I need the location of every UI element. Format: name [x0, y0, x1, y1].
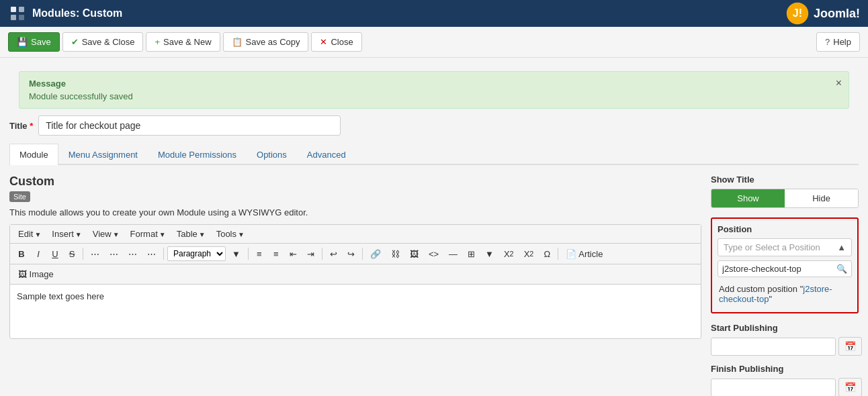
insert-chevron: [75, 229, 82, 239]
joomla-text: Joomla!: [814, 7, 860, 21]
finish-publishing-calendar[interactable]: 📅: [838, 378, 862, 396]
module-heading: Custom: [9, 175, 701, 189]
tab-content: Custom Site This module allows you to cr…: [9, 175, 859, 396]
paragraph-select[interactable]: Paragraph: [167, 246, 226, 261]
title-input[interactable]: [38, 115, 341, 136]
tools-menu[interactable]: Tools: [212, 228, 249, 240]
redo-button[interactable]: ↪: [343, 247, 359, 261]
editor-toolbar-2: 🖼 Image: [10, 264, 701, 285]
insert-image-button[interactable]: 🖼 Image: [14, 267, 58, 281]
image-button[interactable]: 🖼: [406, 247, 423, 261]
undo-button[interactable]: ↩: [326, 247, 341, 261]
position-search-input[interactable]: [722, 264, 836, 274]
show-title-label: Show Title: [711, 175, 859, 185]
subscript-button[interactable]: X2: [500, 247, 518, 261]
sep-1: [83, 248, 83, 260]
bold-button[interactable]: B: [14, 247, 29, 261]
table-chevron2[interactable]: ▼: [481, 247, 498, 261]
superscript-button[interactable]: X2: [520, 247, 538, 261]
format-menu[interactable]: Format: [126, 228, 170, 240]
unlink-button[interactable]: ⛓: [387, 247, 404, 261]
start-publishing-label: Start Publishing: [711, 323, 859, 333]
outdent-button[interactable]: ⇤: [286, 247, 301, 261]
save-close-button[interactable]: ✔ Save & Close: [62, 32, 144, 52]
title-label: Title *: [9, 121, 33, 131]
save-copy-button[interactable]: 📋 Save as Copy: [223, 32, 309, 52]
page-title: Modules: Custom: [32, 7, 122, 19]
hide-button[interactable]: Hide: [785, 189, 858, 207]
save-new-button[interactable]: + Save & New: [146, 32, 220, 52]
show-hide-toggle: Show Hide: [711, 189, 859, 208]
sep-6: [558, 248, 558, 260]
align-left-button[interactable]: ⋯: [87, 247, 103, 261]
position-search-row: 🔍: [718, 260, 852, 277]
module-badge: Site: [9, 191, 30, 202]
show-button[interactable]: Show: [711, 189, 785, 207]
plus-icon: +: [155, 37, 160, 47]
required-marker: *: [30, 121, 33, 131]
hr-button[interactable]: —: [445, 247, 462, 261]
edit-chevron: [34, 229, 41, 239]
ul-button[interactable]: ≡: [252, 247, 267, 261]
tab-module[interactable]: Module: [9, 144, 58, 165]
start-publishing-input[interactable]: [711, 338, 836, 356]
svg-rect-2: [11, 15, 16, 20]
copy-icon: 📋: [232, 37, 243, 47]
editor-toolbar-1: B I U S ⋯ ⋯ ⋯ ⋯ Paragraph ▼ ≡ ≡: [10, 244, 701, 264]
wysiwyg-editor: Edit Insert View Format Table Tools B I …: [9, 224, 701, 339]
view-menu[interactable]: View: [89, 228, 124, 240]
finish-publishing-row: 📅: [711, 378, 859, 396]
tools-chevron: [238, 229, 245, 239]
svg-rect-3: [19, 15, 24, 20]
align-right-button[interactable]: ⋯: [124, 247, 141, 261]
start-publishing-calendar[interactable]: 📅: [838, 337, 862, 356]
tab-advanced[interactable]: Advanced: [297, 144, 356, 165]
edit-menu[interactable]: Edit: [14, 228, 45, 240]
position-suggestion[interactable]: Add custom position "j2store-checkout-to…: [718, 281, 852, 307]
strikethrough-button[interactable]: S: [64, 247, 79, 261]
save-icon: 💾: [17, 37, 28, 47]
position-select-row[interactable]: Type or Select a Position ▲: [718, 238, 852, 256]
align-center-button[interactable]: ⋯: [105, 247, 122, 261]
title-row: Title *: [9, 115, 859, 136]
tabs-nav: Module Menu Assignment Module Permission…: [9, 144, 859, 165]
para-chevron[interactable]: ▼: [228, 247, 245, 261]
italic-button[interactable]: I: [31, 247, 46, 261]
view-chevron: [113, 229, 120, 239]
sep-5: [362, 248, 363, 260]
special-char-button[interactable]: Ω: [539, 247, 554, 261]
ol-button[interactable]: ≡: [269, 247, 284, 261]
start-publishing-row: 📅: [711, 337, 859, 356]
tab-options[interactable]: Options: [247, 144, 297, 165]
position-placeholder: Type or Select a Position: [724, 242, 820, 252]
article-button[interactable]: 📄 Article: [562, 247, 607, 261]
editor-menubar: Edit Insert View Format Table Tools: [10, 225, 701, 244]
format-chevron: [159, 229, 166, 239]
message-close-button[interactable]: ×: [836, 77, 842, 89]
position-label: Position: [718, 224, 852, 234]
finish-publishing-input[interactable]: [711, 379, 836, 397]
insert-menu[interactable]: Insert: [48, 228, 85, 240]
tab-menu-assignment[interactable]: Menu Assignment: [58, 144, 148, 165]
message-title: Message: [29, 79, 839, 89]
table-menu[interactable]: Table: [173, 228, 210, 240]
table-button[interactable]: ⊞: [464, 247, 479, 261]
code-button[interactable]: <>: [425, 247, 443, 261]
topbar: Modules: Custom J! Joomla!: [0, 0, 868, 27]
underline-button[interactable]: U: [48, 247, 62, 261]
editor-content[interactable]: Sample text goes here: [10, 285, 701, 338]
position-suggestion-link[interactable]: j2store-checkout-top: [719, 284, 832, 304]
indent-button[interactable]: ⇥: [303, 247, 318, 261]
message-box: Message Module successfully saved ×: [19, 71, 849, 109]
align-justify-button[interactable]: ⋯: [143, 247, 160, 261]
side-column: Show Title Show Hide Position Type or Se…: [711, 175, 859, 396]
tab-module-permissions[interactable]: Module Permissions: [148, 144, 247, 165]
save-button[interactable]: 💾 Save: [8, 32, 60, 52]
content-area: Message Module successfully saved × Titl…: [0, 58, 868, 396]
help-button[interactable]: ? Help: [816, 32, 860, 52]
link-button[interactable]: 🔗: [366, 247, 385, 261]
close-button[interactable]: ✕ Close: [311, 32, 361, 52]
message-text: Module successfully saved: [29, 91, 839, 101]
sep-4: [322, 248, 322, 260]
table-chevron: [199, 229, 206, 239]
